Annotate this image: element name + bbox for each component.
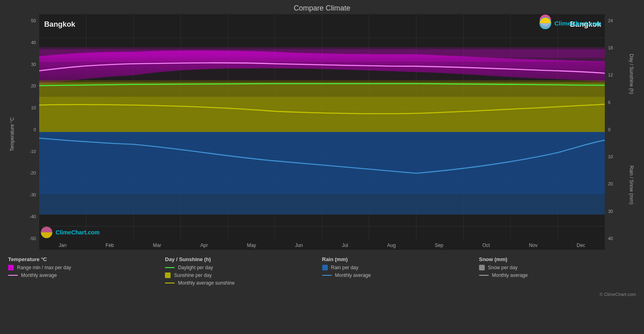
- svg-text:ClimeChart.com: ClimeChart.com: [56, 229, 100, 236]
- y-axis-label-left: Temperature °C: [8, 14, 16, 250]
- svg-text:Bangkok: Bangkok: [44, 20, 76, 28]
- legend-col-rain: Rain (mm) Rain per day Monthly average: [322, 256, 479, 288]
- legend-title-sunshine: Day / Sunshine (h): [165, 256, 322, 262]
- svg-rect-30: [39, 132, 605, 194]
- legend-title-snow: Snow (mm): [479, 256, 636, 262]
- svg-rect-25: [39, 49, 605, 57]
- legend-title-rain: Rain (mm): [322, 256, 479, 262]
- copyright: © ClimeChart.com: [0, 291, 644, 298]
- legend-item-snow-avg: Monthly average: [479, 272, 636, 278]
- y-axis-left: 50 40 30 20 10 0 -10 -20 -30 -40 -50: [17, 14, 39, 250]
- x-axis-months: Jan Feb Mar Apr May Jun Jul Aug Sep Oct …: [39, 241, 605, 250]
- legend-item-daylight: Daylight per day: [165, 265, 322, 270]
- y-axis-label-right-bottom: Rain / Snow (mm): [627, 130, 636, 241]
- legend-title-temperature: Temperature °C: [8, 256, 165, 262]
- legend-item-snow-bar: Snow per day: [479, 265, 636, 270]
- legend-item-sunshine-avg: Monthly average sunshine: [165, 280, 322, 286]
- svg-rect-28: [39, 80, 605, 82]
- main-chart: Bangkok Bangkok ClimeChart.com Clime: [39, 14, 605, 250]
- legend-item-temp-avg: Monthly average: [8, 272, 165, 278]
- page-title: Compare Climate: [0, 0, 644, 14]
- legend-item-rain-avg: Monthly average: [322, 272, 479, 278]
- legend-item-temp-range: Range min / max per day: [8, 265, 165, 270]
- legend: Temperature °C Range min / max per day M…: [0, 253, 644, 291]
- svg-text:ClimeChart.com: ClimeChart.com: [554, 20, 602, 27]
- legend-item-rain-bar: Rain per day: [322, 265, 479, 270]
- legend-col-snow: Snow (mm) Snow per day Monthly average: [479, 256, 636, 288]
- legend-item-sunshine-bar: Sunshine per day: [165, 272, 322, 278]
- legend-col-temperature: Temperature °C Range min / max per day M…: [8, 256, 165, 288]
- svg-rect-27: [39, 97, 605, 132]
- y-axis-right: 24 18 12 6 0 10 20 30 40: [605, 14, 627, 250]
- y-axis-label-right-top: Day / Sunshine (h): [627, 18, 636, 130]
- legend-col-sunshine: Day / Sunshine (h) Daylight per day Suns…: [165, 256, 322, 288]
